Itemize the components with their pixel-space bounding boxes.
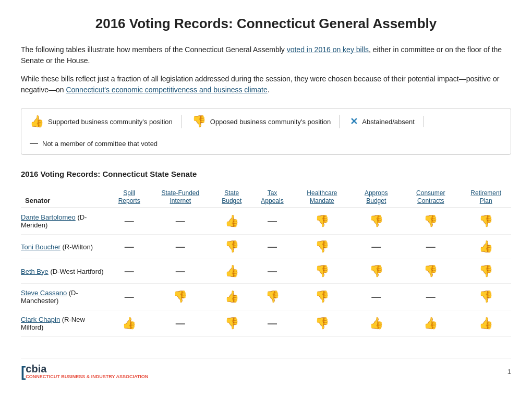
legend: 👍 Supported business community's positio… — [21, 108, 511, 155]
cell-healthcare-mandate: 👎 — [292, 208, 352, 235]
senator-link[interactable]: Clark Chapin — [21, 316, 60, 323]
vote-dash: — — [176, 266, 185, 276]
cell-spill-reports: — — [108, 284, 150, 310]
col-header-state-budget: State Budget — [211, 186, 252, 208]
cell-healthcare-mandate: 👎 — [292, 235, 352, 259]
cell-approps-budget: 👎 — [352, 208, 401, 235]
vote-thumbdown: 👎 — [315, 290, 329, 303]
legend-opposed: 👎 Opposed business community's position — [192, 115, 340, 128]
page-number: 1 — [507, 368, 511, 376]
senator-name-cell: Steve Cassano (D-Manchester) — [21, 284, 108, 310]
cell-consumer-contracts: 👍 — [401, 310, 461, 337]
vote-thumbdown: 👎 — [315, 240, 329, 253]
vote-dash: — — [371, 241, 381, 252]
cell-state-funded-internet: — — [150, 208, 211, 235]
senator-name-cell: Toni Boucher (R-Wilton) — [21, 235, 108, 259]
vote-dash: — — [125, 216, 134, 226]
vote-thumbdown: 👎 — [225, 317, 239, 330]
thumbs-up-icon: 👍 — [30, 115, 44, 128]
cell-state-budget: 👎 — [211, 235, 252, 259]
legend-supported-label: Supported business community's position — [48, 118, 173, 126]
vote-thumbdown: 👎 — [424, 214, 438, 227]
vote-dash: — — [426, 292, 436, 302]
cell-spill-reports: — — [108, 259, 150, 284]
table-row: Clark Chapin (R-New Milford) 👍 — 👎 — 👎 👍… — [21, 310, 511, 337]
col-header-spill-reports: Spill Reports — [108, 186, 150, 208]
cell-state-budget: 👍 — [211, 259, 252, 284]
vote-thumbdown: 👎 — [315, 317, 329, 330]
vote-thumbup: 👍 — [225, 290, 239, 303]
cell-retirement-plan: 👎 — [461, 284, 511, 310]
legend-opposed-label: Opposed business community's position — [210, 118, 331, 126]
page-title: 2016 Voting Records: Connecticut General… — [21, 16, 511, 32]
cell-state-funded-internet: — — [150, 310, 211, 337]
vote-thumbdown: 👎 — [369, 264, 383, 277]
cell-retirement-plan: 👍 — [461, 310, 511, 337]
cell-state-budget: 👍 — [211, 208, 252, 235]
vote-dash: — — [268, 266, 277, 276]
key-bills-link[interactable]: voted in 2016 on key bills — [287, 45, 369, 54]
cell-state-budget: 👍 — [211, 284, 252, 310]
vote-thumbdown: 👎 — [369, 214, 383, 227]
table-row: Beth Bye (D-West Hartford) — — 👍 — 👎 👎 👎… — [21, 259, 511, 284]
col-header-tax-appeals: Tax Appeals — [252, 186, 292, 208]
table-row: Toni Boucher (R-Wilton) — — 👎 — 👎 — — 👍 — [21, 235, 511, 259]
cell-consumer-contracts: — — [401, 235, 461, 259]
vote-thumbdown: 👎 — [479, 214, 493, 227]
intro-paragraph-1: The following tables illustrate how memb… — [21, 44, 511, 66]
cell-spill-reports: — — [108, 235, 150, 259]
cell-spill-reports: 👍 — [108, 310, 150, 337]
senator-link[interactable]: Dante Bartolomeo — [21, 213, 76, 221]
col-header-retirement-plan: Retirement Plan — [461, 186, 511, 208]
vote-dash: — — [176, 216, 185, 226]
senator-link[interactable]: Toni Boucher — [21, 243, 61, 251]
legend-not-member-label: Not a member of committee that voted — [42, 140, 158, 148]
cell-consumer-contracts: — — [401, 284, 461, 310]
cell-tax-appeals: — — [252, 208, 292, 235]
cell-approps-budget: 👍 — [352, 310, 401, 337]
col-header-healthcare-mandate: Healthcare Mandate — [292, 186, 352, 208]
cell-spill-reports: — — [108, 208, 150, 235]
cell-healthcare-mandate: 👎 — [292, 259, 352, 284]
cell-tax-appeals: — — [252, 259, 292, 284]
vote-thumbdown: 👎 — [424, 264, 438, 277]
col-header-consumer-contracts: Consumer Contracts — [401, 186, 461, 208]
vote-dash: — — [268, 241, 277, 252]
vote-thumbup: 👍 — [479, 317, 493, 330]
senator-name-cell: Dante Bartolomeo (D-Meriden) — [21, 208, 108, 235]
cell-healthcare-mandate: 👎 — [292, 284, 352, 310]
cell-consumer-contracts: 👎 — [401, 208, 461, 235]
vote-thumbdown: 👎 — [315, 264, 329, 277]
dash-icon: — — [30, 139, 38, 148]
vote-thumbdown: 👎 — [265, 290, 280, 303]
vote-dash: — — [125, 241, 134, 252]
competitiveness-link[interactable]: Connecticut's economic competitiveness a… — [66, 86, 267, 94]
cbia-text: cbia — [26, 364, 148, 374]
footer: [ cbia CONNECTICUT BUSINESS & INDUSTRY A… — [21, 358, 511, 379]
cbia-sub: CONNECTICUT BUSINESS & INDUSTRY ASSOCIAT… — [26, 374, 148, 379]
cell-approps-budget: 👎 — [352, 259, 401, 284]
vote-thumbdown: 👎 — [315, 214, 329, 227]
voting-records-table: Senator Spill Reports State-Funded Inter… — [21, 186, 511, 337]
vote-dash: — — [268, 216, 277, 226]
x-icon: ✕ — [350, 116, 358, 127]
section-title: 2016 Voting Records: Connecticut State S… — [21, 170, 511, 178]
vote-thumbdown: 👎 — [225, 240, 239, 253]
table-header-row: Senator Spill Reports State-Funded Inter… — [21, 186, 511, 208]
vote-dash: — — [176, 318, 185, 329]
vote-dash: — — [371, 292, 381, 302]
cell-approps-budget: — — [352, 284, 401, 310]
table-row: Steve Cassano (D-Manchester) — 👎 👍 👎 👎 —… — [21, 284, 511, 310]
vote-dash: — — [125, 266, 134, 276]
vote-dash: — — [176, 241, 185, 252]
senator-link[interactable]: Beth Bye — [21, 268, 49, 275]
cell-state-funded-internet: — — [150, 259, 211, 284]
col-header-senator: Senator — [21, 186, 108, 208]
cell-approps-budget: — — [352, 235, 401, 259]
senator-name-cell: Beth Bye (D-West Hartford) — [21, 259, 108, 284]
cell-retirement-plan: 👍 — [461, 235, 511, 259]
vote-thumbup: 👍 — [424, 317, 438, 330]
cell-healthcare-mandate: 👎 — [292, 310, 352, 337]
vote-thumbdown: 👎 — [173, 290, 187, 303]
senator-link[interactable]: Steve Cassano — [21, 289, 67, 297]
